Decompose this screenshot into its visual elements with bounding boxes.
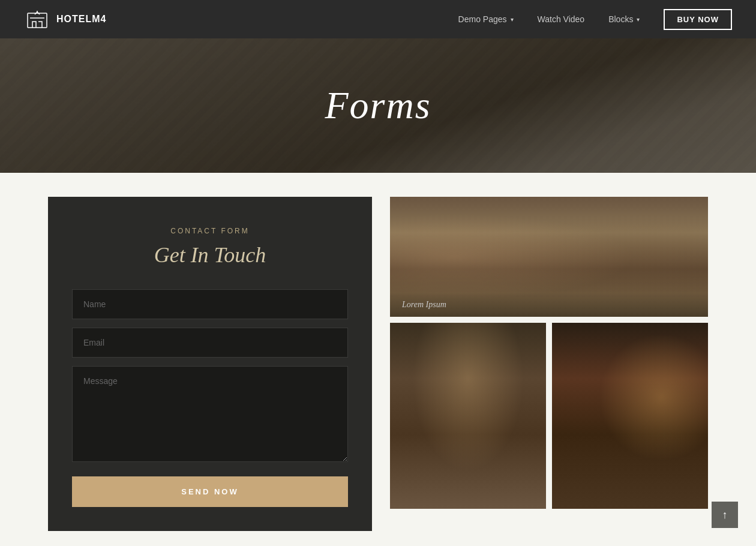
email-input[interactable] <box>72 328 348 358</box>
contact-form: SEND NOW <box>72 289 348 507</box>
nav-item-blocks[interactable]: Blocks ▾ <box>608 14 640 24</box>
nav-item-buy-now[interactable]: BUY NOW <box>664 9 732 30</box>
gallery-bottom-row <box>390 323 708 509</box>
scroll-top-icon: ↑ <box>722 509 728 521</box>
send-button[interactable]: SEND NOW <box>72 476 348 507</box>
form-title: Get In Touch <box>72 242 348 268</box>
buy-now-button[interactable]: BUY NOW <box>664 9 732 30</box>
gallery-top-image[interactable]: Lorem Ipsum <box>390 197 708 317</box>
navbar: HOTELM4 Demo Pages ▾ Watch Video Blocks … <box>0 0 756 38</box>
gallery-top-caption: Lorem Ipsum <box>390 293 708 317</box>
main-content: CONTACT FORM Get In Touch SEND NOW Lorem… <box>0 173 756 546</box>
email-field-group <box>72 328 348 358</box>
brand-logo[interactable]: HOTELM4 <box>24 6 106 32</box>
brand-name: HOTELM4 <box>56 14 106 25</box>
contact-form-section: CONTACT FORM Get In Touch SEND NOW <box>48 197 372 531</box>
svg-rect-0 <box>28 13 47 28</box>
nav-item-demo-pages[interactable]: Demo Pages ▾ <box>458 14 514 24</box>
gallery-room-wood-image[interactable] <box>390 323 546 509</box>
message-textarea[interactable] <box>72 366 348 462</box>
form-subtitle: CONTACT FORM <box>72 227 348 235</box>
nav-item-watch-video[interactable]: Watch Video <box>538 14 585 24</box>
gallery-room-lamp-image[interactable] <box>552 323 708 509</box>
message-field-group <box>72 366 348 464</box>
scroll-to-top-button[interactable]: ↑ <box>712 502 738 528</box>
hero-title: Forms <box>325 83 431 128</box>
dropdown-arrow-icon: ▾ <box>511 16 514 23</box>
name-field-group <box>72 289 348 319</box>
hero-section: Forms <box>0 38 756 173</box>
hotel-icon <box>24 6 50 32</box>
dropdown-arrow-blocks-icon: ▾ <box>637 16 640 23</box>
gallery-section: Lorem Ipsum <box>390 197 708 531</box>
nav-menu: Demo Pages ▾ Watch Video Blocks ▾ BUY NO… <box>458 9 732 30</box>
name-input[interactable] <box>72 289 348 319</box>
